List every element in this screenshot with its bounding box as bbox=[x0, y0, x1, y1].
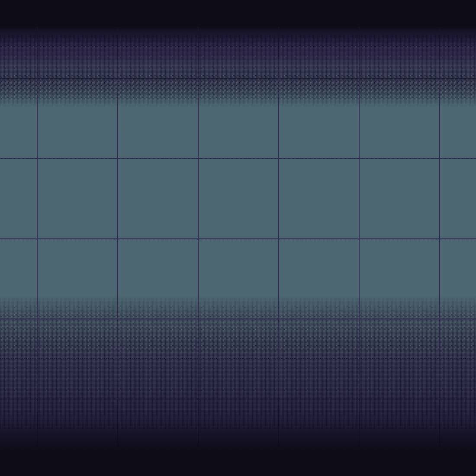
grid-line-horizontal bbox=[0, 238, 476, 240]
grid-line-vertical bbox=[198, 27, 199, 449]
grid-line-horizontal bbox=[0, 399, 476, 400]
grid-line-vertical bbox=[359, 27, 360, 449]
grid-line-vertical bbox=[37, 27, 38, 449]
grid-line-vertical bbox=[439, 27, 440, 449]
grid-line-vertical bbox=[117, 27, 118, 449]
grid-line-horizontal bbox=[0, 318, 476, 320]
grid-line-horizontal bbox=[0, 158, 476, 159]
grid-line-vertical bbox=[278, 27, 279, 449]
screen bbox=[0, 0, 476, 476]
tile-grid bbox=[0, 0, 476, 476]
grid-line-horizontal bbox=[0, 78, 476, 80]
